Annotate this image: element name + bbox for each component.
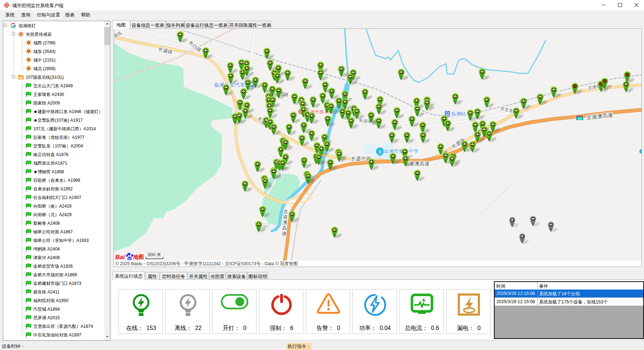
svg-text:临湘站: 临湘站 bbox=[451, 111, 466, 116]
svg-text:© 2025 Baidu - GS(2023)3206号 -: © 2025 Baidu - GS(2023)3206号 - 甲测资字11111… bbox=[115, 261, 298, 266]
svg-text:文: 文 bbox=[378, 149, 382, 154]
svg-text:长盛中路: 长盛中路 bbox=[351, 156, 371, 161]
svg-text:澳: 澳 bbox=[283, 220, 288, 225]
svg-text:地图: 地图 bbox=[133, 254, 144, 260]
svg-text:临湘市第一中学: 临湘市第一中学 bbox=[384, 148, 419, 154]
svg-text:G4: G4 bbox=[578, 117, 582, 120]
svg-text:京: 京 bbox=[283, 209, 288, 214]
svg-text:港: 港 bbox=[283, 214, 288, 220]
svg-text:du: du bbox=[128, 257, 131, 260]
svg-text:高: 高 bbox=[282, 225, 287, 231]
svg-text:速: 速 bbox=[282, 231, 287, 236]
svg-text:500 米: 500 米 bbox=[148, 252, 161, 257]
svg-text:Bai: Bai bbox=[115, 254, 125, 261]
